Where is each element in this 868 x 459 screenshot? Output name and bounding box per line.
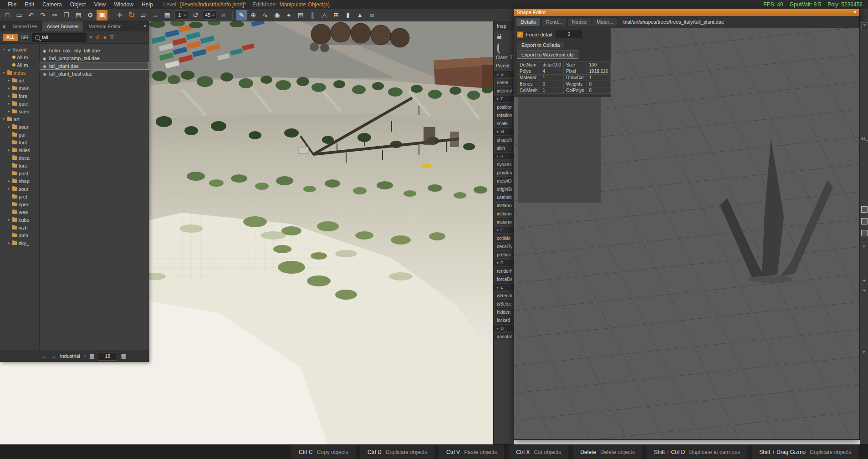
rotate-icon[interactable]: ↻ [126,10,137,20]
tree-item[interactable]: ▾ indus [0,69,39,76]
clear-search-icon[interactable]: × [89,34,92,41]
export-collada-button[interactable]: Export to Collada [517,41,564,49]
redo-icon[interactable]: ↷ [37,10,48,20]
menu-item[interactable]: Help [138,1,157,8]
inspector-row[interactable]: name [495,79,513,86]
terrain-tool-icon[interactable]: △ [319,10,330,20]
menu-item[interactable]: Object [66,1,90,8]
shape-editor-tab[interactable]: Nodes [567,17,591,26]
asset-list-item[interactable]: tall_plant.dae [40,62,149,70]
thumbnail-slot[interactable] [861,206,868,213]
inspector-row[interactable]: ▼ C [494,227,514,233]
expand-arrow-icon[interactable]: ▸ [7,94,11,98]
shape-editor-window[interactable]: Shape Editor × Details Rend... No [514,8,860,440]
panel-tab[interactable]: SceneTree [8,21,42,31]
grid-view-icon[interactable]: ▦ [89,353,94,359]
scale-icon[interactable]: ▱ [138,10,149,20]
inspector-row[interactable]: annotat [495,333,513,340]
inspector-row[interactable]: prebuil [495,251,513,258]
tree-item[interactable]: ▸ skies [0,146,39,154]
shape-editor-titlebar[interactable]: Shape Editor × [514,9,859,16]
tree-item[interactable]: gui [0,131,39,138]
expand-arrow-icon[interactable]: ▸ [7,109,11,113]
export-wavefront-button[interactable]: Export to Wavefront obj [517,51,578,59]
inspector-row[interactable]: ▼ G [494,71,514,77]
wheel-tool-icon[interactable]: ∞ [366,10,377,20]
tree-item[interactable]: post [0,169,39,177]
columns-view-icon[interactable]: ▦ [121,353,126,359]
inspector-title[interactable]: Insp [494,21,514,31]
asset-list-item[interactable]: holm_oak_city_tall.dae [40,46,149,54]
inspector-row[interactable]: ▼ M [494,128,514,135]
tree-item[interactable]: ▸ main [0,84,39,92]
tree-item[interactable]: ▸ sky_ [0,239,39,247]
favorites-star-icon[interactable]: ★ [102,34,107,41]
terrain-paint-tool-icon[interactable]: ▲ [354,10,365,20]
panel-tab[interactable]: Asset Browser [42,21,84,31]
scroll-down-icon[interactable]: ▼ [862,245,866,249]
expand-arrow-icon[interactable]: ▸ [7,241,11,245]
paste-icon[interactable]: ▤ [73,10,84,20]
tree-item[interactable]: vizh [0,224,39,231]
force-detail-checkbox[interactable]: ✓ [517,31,523,38]
close-icon[interactable]: × [853,10,857,15]
panel-close-icon[interactable]: × [861,22,868,29]
menu-item[interactable]: Camera [38,1,66,8]
tree-item[interactable]: ▾ art [0,115,39,123]
expand-arrow-icon[interactable]: ▸ [7,125,11,129]
filter-all-button[interactable]: ALL [3,34,18,41]
inspector-row[interactable]: ▼ E [494,284,514,291]
tree-item[interactable]: spec [0,200,39,208]
back-arrow-icon[interactable]: ← [42,353,47,359]
road-tool-icon[interactable]: ∥ [307,10,318,20]
tree-item[interactable]: ▾ Saved [0,46,39,53]
object-edit-tool-icon[interactable]: ✎ [236,10,247,20]
expand-arrow-icon[interactable]: ▸ [7,179,11,183]
settings-icon[interactable]: ⚙ [85,10,96,20]
tree-item[interactable]: ▸ quic [0,100,39,107]
tree-item[interactable]: font [0,138,39,146]
inspector-row[interactable]: instance [495,218,513,225]
add-icon[interactable]: + [863,277,866,284]
tree-item[interactable]: All m [0,61,39,69]
shape-editor-tab[interactable]: Rend... [541,17,567,26]
menu-item[interactable]: View [90,1,110,8]
inspector-row[interactable]: decalTy [495,243,513,250]
inspector-row[interactable]: instance [495,210,513,217]
shape-editor-tab[interactable]: Details [516,17,541,26]
angle-snap-dropdown[interactable]: 45 ▾ [203,10,216,20]
forward-arrow-icon[interactable]: → [51,353,56,359]
expand-arrow-icon[interactable]: ▸ [7,78,11,82]
tree-item[interactable]: ▸ scen [0,107,39,115]
inspector-row[interactable]: rotation [495,112,513,119]
inspector-row[interactable]: dynami [495,161,513,168]
decal-tool-icon[interactable]: ▤ [295,10,306,20]
cut-icon[interactable]: ✂ [49,10,60,20]
refresh-icon[interactable]: ↺ [95,34,100,41]
inspector-row[interactable]: scale [495,120,513,127]
inspector-row[interactable]: internal [495,87,513,94]
inspector-row[interactable]: isSelect [495,300,513,307]
spline-tool-icon[interactable]: ∿ [260,10,271,20]
shape-editor-tab[interactable]: Mater... [592,17,618,26]
close-icon[interactable]: × [143,23,147,30]
search-icon[interactable] [497,43,499,53]
expand-arrow-icon[interactable]: ▸ [7,148,11,152]
inspector-row[interactable]: collisio [495,235,513,242]
tree-item[interactable]: ▸ sour [0,185,39,193]
menu-item[interactable]: Window [110,1,138,8]
menu-item[interactable]: Edit [20,1,38,8]
thumbnail-slot[interactable] [861,230,868,236]
panel-tab[interactable]: Material Editor [84,21,126,31]
expand-arrow-icon[interactable]: ▸ [7,102,11,106]
tree-item[interactable]: deca [0,154,39,162]
lock-icon[interactable] [497,36,501,39]
inspector-row[interactable]: position [495,103,513,111]
tree-item[interactable]: ▸ cube [0,216,39,224]
inspector-row[interactable]: originSo [495,185,513,193]
tree-item[interactable]: ▸ fore [0,92,39,100]
asset-list-item[interactable]: tall_plant_bush.dae [40,70,149,77]
inspector-row[interactable]: playAm [495,169,513,176]
inspector-row[interactable]: skin [495,144,513,152]
inspector-row[interactable]: Class: T [494,53,514,61]
